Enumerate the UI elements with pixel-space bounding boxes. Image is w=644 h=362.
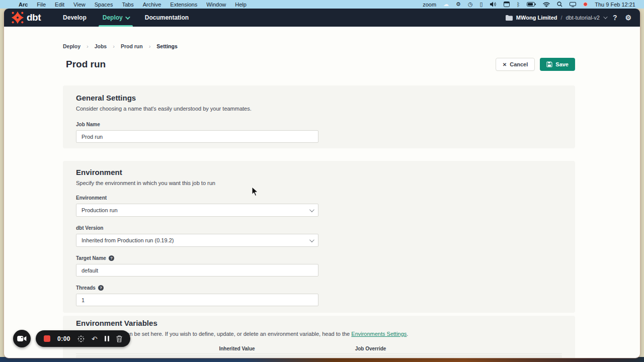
battery-icon[interactable] [523,2,539,7]
dbt-version-select[interactable]: Inherited from Production run (0.19.2) [76,234,318,247]
nav-documentation[interactable]: Documentation [137,9,197,27]
undo-icon[interactable]: ↶ [92,335,98,343]
environment-select[interactable]: Production run [76,204,318,217]
gear-status-icon[interactable]: ⚙ [452,1,464,8]
account-project-switcher[interactable]: MWong Limited / dbt-tutorial-v2 [506,15,606,21]
spotlight-search-icon[interactable] [553,2,566,7]
nav-develop[interactable]: Develop [55,9,95,27]
folder-icon [506,15,513,21]
browser-window: dbt Develop Deploy Documentation MWong L… [4,9,640,358]
breadcrumb-separator: › [149,43,151,49]
environments-settings-link[interactable]: Environments Settings [351,331,407,337]
clock-status-icon[interactable]: ◷ [464,1,476,8]
recording-timer: 0:00 [57,335,70,342]
menubar-item-spaces[interactable]: Spaces [90,2,118,8]
menubar-item-help[interactable]: Help [230,2,251,8]
brand-text: dbt [27,12,41,23]
dbt-logo[interactable]: dbt [11,11,41,24]
menubar-clock[interactable]: Thu 9 Feb 12:21 [591,2,639,8]
chevron-down-icon [309,237,314,242]
dbt-logo-icon [11,11,24,24]
threads-label: Threads [76,285,96,291]
env-vars-table: Inherited Value Job Override [76,344,562,358]
menubar-item-extensions[interactable]: Extensions [166,2,202,8]
menubar-item-view[interactable]: View [69,2,90,8]
help-icon[interactable]: ? [109,255,114,261]
screen-recorder-toolbar: 0:00 ↶ [13,330,130,347]
table-row[interactable] [76,355,562,358]
target-name-label: Target Name [76,255,106,261]
menubar-app-name[interactable]: Arc [14,2,32,8]
menubar-item-file[interactable]: File [32,2,50,8]
breadcrumb-separator: › [87,43,89,49]
breadcrumb-deploy[interactable]: Deploy [63,43,80,49]
user-switch-icon[interactable] [566,2,580,7]
chevron-down-icon [125,15,130,20]
chevron-down-icon [309,207,314,212]
camera-button[interactable] [13,330,31,347]
nav-deploy[interactable]: Deploy [95,9,137,27]
keyboard-status-icon[interactable]: ▯ [476,1,487,8]
video-camera-icon [17,335,27,342]
menubar-item-window[interactable]: Window [202,2,230,8]
volume-icon[interactable] [487,2,500,7]
bluetooth-icon[interactable]: ᛒ [513,2,524,8]
save-disk-icon [546,61,552,67]
breadcrumb-separator: › [113,43,115,49]
threads-input[interactable] [76,294,318,306]
cursor-highlight-icon[interactable] [77,335,85,342]
menubar-item-archive[interactable]: Archive [138,2,166,8]
cloud-icon[interactable]: ☁ [440,1,452,8]
cancel-button[interactable]: ✕ Cancel [496,58,535,71]
breadcrumb-jobs[interactable]: Jobs [95,43,107,49]
column-inherited-value: Inherited Value [172,346,302,351]
close-icon: ✕ [503,62,507,67]
page-title: Prod run [66,59,106,70]
account-name: MWong Limited [516,15,557,21]
job-name-label: Job Name [76,122,100,127]
general-settings-section: General Settings Consider choosing a nam… [63,85,575,148]
menubar-item-tabs[interactable]: Tabs [117,2,138,8]
target-name-input[interactable] [76,264,318,277]
trash-icon[interactable] [116,335,122,342]
breadcrumb-prod-run[interactable]: Prod run [121,43,143,49]
section-title: Environment Variables [76,319,562,327]
dbt-version-label: dbt Version [76,225,103,231]
screen-recording-indicator-icon[interactable] [580,2,591,7]
settings-gear-button[interactable]: ⚙ [623,14,633,22]
stop-recording-button[interactable] [44,335,50,342]
help-button[interactable]: ? [611,14,619,22]
project-name: dbt-tutorial-v2 [566,15,600,21]
job-name-input[interactable] [76,130,318,143]
section-description: Specify the environment in which you wan… [76,180,562,186]
wifi-icon[interactable] [539,2,553,7]
breadcrumb-settings: Settings [156,43,177,49]
breadcrumb: Deploy › Jobs › Prod run › Settings [63,43,178,49]
section-title: General Settings [76,94,562,102]
pause-icon[interactable] [105,336,109,341]
environment-label: Environment [76,195,107,201]
column-job-override: Job Override [302,346,439,351]
macos-menu-bar: Arc File Edit View Spaces Tabs Archive E… [0,0,644,9]
menubar-item-edit[interactable]: Edit [50,2,69,8]
chevron-down-icon [603,15,607,19]
calendar-status-icon[interactable] [500,2,513,7]
section-title: Environment [76,168,562,176]
page-content: Deploy › Jobs › Prod run › Settings Prod… [4,27,640,358]
save-button[interactable]: Save [540,58,575,71]
environment-variables-section: Environment Variables Job level override… [63,316,575,358]
menubar-zoom-app[interactable]: zoom [419,2,440,8]
section-description: Consider choosing a name that's easily u… [76,106,562,112]
dbt-navbar: dbt Develop Deploy Documentation MWong L… [4,9,640,27]
environment-section: Environment Specify the environment in w… [63,161,575,313]
help-icon[interactable]: ? [98,285,104,291]
section-description: Job level overrides can be set here. If … [76,331,562,337]
